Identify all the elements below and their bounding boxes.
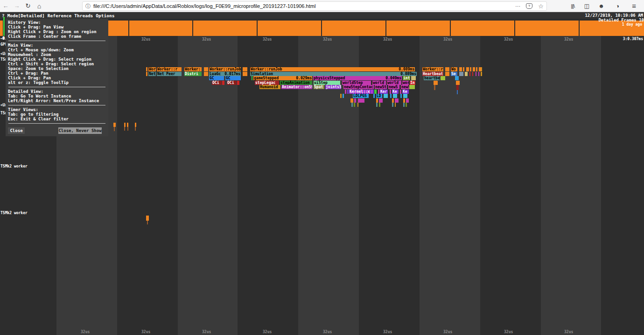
profile-bar[interactable]: Net bbox=[148, 72, 156, 76]
profile-bar[interactable]: uiStep bbox=[314, 81, 340, 85]
profile-bar[interactable] bbox=[146, 72, 147, 76]
profile-bar[interactable] bbox=[445, 67, 449, 71]
profile-bar[interactable]: In bbox=[410, 81, 415, 85]
profile-bar[interactable] bbox=[222, 81, 224, 85]
profile-bar[interactable] bbox=[340, 94, 342, 98]
profile-bar[interactable] bbox=[351, 103, 353, 107]
history-frame[interactable] bbox=[0, 21, 3, 36]
profile-bar[interactable]: Animator::onSte bbox=[281, 85, 312, 89]
profile-bar[interactable] bbox=[466, 67, 469, 71]
profile-bar[interactable]: Kernel::x bbox=[349, 90, 374, 94]
profile-bar[interactable] bbox=[411, 76, 416, 80]
history-frame[interactable] bbox=[515, 21, 579, 36]
history-frame[interactable] bbox=[193, 21, 257, 36]
profile-bar[interactable] bbox=[395, 103, 396, 107]
profile-bar[interactable]: worldStep bbox=[342, 81, 371, 85]
page-actions-icon[interactable]: ⋯ bbox=[512, 3, 523, 9]
profile-bar[interactable] bbox=[252, 76, 252, 80]
profile-bar[interactable] bbox=[473, 67, 475, 71]
profile-bar[interactable] bbox=[456, 81, 460, 85]
history-frame[interactable] bbox=[322, 21, 385, 36]
profile-bar[interactable] bbox=[354, 103, 355, 107]
profile-bar[interactable] bbox=[434, 85, 435, 90]
library-icon[interactable]: |||\ bbox=[567, 3, 579, 9]
profile-bar[interactable] bbox=[146, 67, 147, 71]
profile-bar[interactable] bbox=[441, 76, 445, 80]
profile-bar[interactable] bbox=[400, 90, 401, 94]
profile-bar[interactable] bbox=[478, 72, 479, 76]
profile-bar[interactable] bbox=[469, 72, 470, 76]
profile-bar[interactable]: Worker::runJob bbox=[209, 67, 241, 71]
profile-bar[interactable]: jointsS bbox=[325, 85, 341, 89]
profile-bar[interactable] bbox=[459, 72, 463, 76]
profile-bar[interactable] bbox=[347, 90, 349, 94]
profile-bar[interactable]: heartbe bbox=[424, 76, 440, 80]
history-frame[interactable] bbox=[451, 21, 514, 36]
url-bar[interactable]: ⓘ file:///C:/Users/admin/AppData/Local/R… bbox=[82, 1, 547, 11]
menu-item-modedetailed[interactable]: Mode[Detailed] bbox=[7, 13, 45, 18]
profile-bar[interactable] bbox=[465, 72, 468, 76]
sidebar-icon[interactable]: ◫ bbox=[580, 3, 594, 9]
profile-bar[interactable]: Wor bbox=[148, 67, 156, 71]
profile-bar[interactable]: Simulation0.089ms bbox=[250, 72, 417, 76]
profile-bar[interactable] bbox=[455, 76, 459, 80]
profile-bar[interactable] bbox=[434, 81, 438, 85]
profile-bar[interactable] bbox=[376, 98, 378, 103]
history-frame[interactable] bbox=[386, 21, 450, 36]
profile-bar[interactable] bbox=[403, 103, 405, 107]
profile-bar[interactable] bbox=[135, 127, 136, 131]
profile-bar[interactable]: stepAnimation bbox=[280, 81, 312, 85]
menu-item-threads[interactable]: Threads bbox=[74, 13, 93, 18]
profile-bar[interactable]: world bbox=[387, 81, 401, 85]
profile-bar[interactable] bbox=[243, 67, 247, 71]
profile-bar[interactable] bbox=[379, 103, 380, 107]
profile-bar[interactable]: OCi bbox=[227, 81, 237, 85]
profile-bar[interactable]: GC bbox=[225, 76, 241, 80]
profile-bar[interactable] bbox=[373, 94, 375, 98]
profile-bar[interactable] bbox=[403, 94, 407, 98]
profile-bar[interactable]: OCi bbox=[212, 81, 222, 85]
profile-bar[interactable] bbox=[459, 67, 462, 71]
profile-bar[interactable]: world bbox=[372, 81, 386, 85]
profile-bar[interactable] bbox=[124, 127, 125, 131]
profile-bar[interactable]: LD bbox=[376, 94, 382, 98]
profile-bar[interactable] bbox=[127, 123, 128, 127]
profile-bar[interactable] bbox=[204, 72, 208, 76]
account-icon[interactable]: ☻ bbox=[594, 3, 609, 9]
profile-bar[interactable]: Worker::r bbox=[157, 67, 182, 71]
profile-bar[interactable] bbox=[147, 221, 148, 224]
profile-bar[interactable] bbox=[376, 103, 378, 107]
profile-bar[interactable] bbox=[343, 94, 344, 98]
profile-bar[interactable] bbox=[135, 123, 136, 127]
profile-bar[interactable] bbox=[400, 94, 402, 98]
profile-bar[interactable]: newStepContac bbox=[343, 85, 374, 89]
profile-bar[interactable] bbox=[354, 98, 356, 103]
profile-bar[interactable]: Worker::runJob0.089ms bbox=[250, 67, 415, 71]
profile-bar[interactable]: world bbox=[402, 81, 409, 85]
profile-bar[interactable]: newS bbox=[388, 85, 399, 89]
profile-bar[interactable]: Humanoid bbox=[259, 85, 280, 89]
profile-bar[interactable] bbox=[456, 85, 459, 90]
profile-bar[interactable] bbox=[358, 98, 364, 103]
hamburger-menu-icon[interactable]: ≡ bbox=[628, 2, 640, 10]
history-frame[interactable] bbox=[108, 21, 128, 36]
profile-bar[interactable]: gameStepped0.029ms bbox=[253, 76, 312, 80]
profile-bar[interactable]: Se bbox=[451, 72, 457, 76]
history-frame[interactable] bbox=[129, 21, 192, 36]
home-icon[interactable]: ⌂ bbox=[34, 1, 45, 11]
profile-bar[interactable]: Net Peer bbox=[157, 72, 182, 76]
profile-bar[interactable] bbox=[463, 67, 464, 71]
forward-icon[interactable]: → bbox=[11, 1, 22, 11]
profile-bar[interactable] bbox=[403, 98, 405, 103]
profile-bar[interactable]: stepLegac bbox=[255, 81, 279, 85]
reload-icon[interactable]: ↻ bbox=[22, 1, 34, 11]
profile-bar[interactable]: physicsStepped0.049ms bbox=[313, 76, 402, 80]
profile-bar[interactable]: GC bbox=[209, 76, 224, 80]
profile-bar[interactable] bbox=[113, 123, 116, 127]
profile-bar[interactable] bbox=[390, 94, 392, 98]
profile-bar[interactable] bbox=[481, 72, 482, 76]
back-icon[interactable]: ← bbox=[0, 1, 11, 11]
profile-bar[interactable] bbox=[393, 94, 397, 98]
pocket-icon[interactable]: ∨ bbox=[526, 3, 532, 9]
site-info-icon[interactable]: ⓘ bbox=[83, 3, 93, 10]
